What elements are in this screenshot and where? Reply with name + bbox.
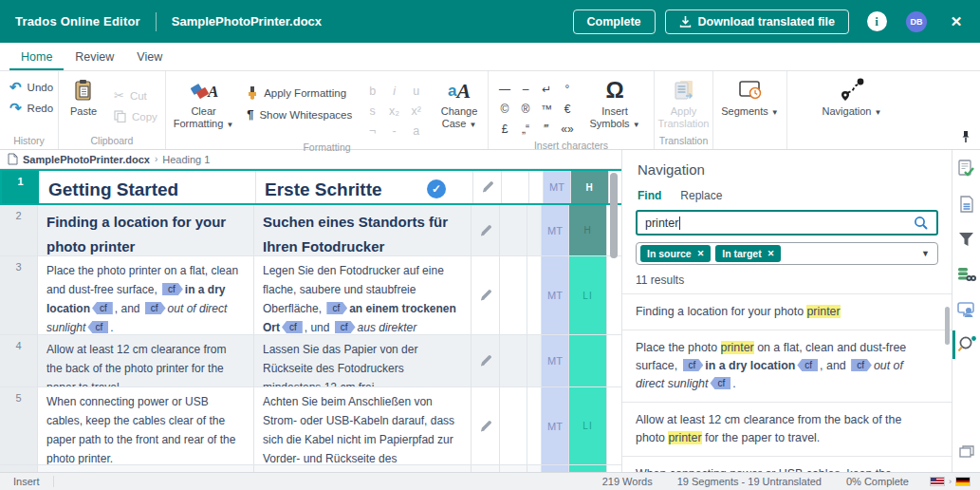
- cf-open-tag[interactable]: cf: [683, 359, 704, 371]
- segment-row-1[interactable]: 1Getting StartedErste Schritte✓MTH: [0, 169, 621, 205]
- cf-close-tag[interactable]: cf: [282, 321, 303, 333]
- segment-number[interactable]: 1: [2, 171, 40, 203]
- segment-number[interactable]: 3: [0, 256, 38, 334]
- filter-chip-in-source[interactable]: In source✕: [640, 245, 711, 262]
- cf-close-tag[interactable]: cf: [710, 377, 730, 389]
- cf-open-tag[interactable]: cf: [851, 359, 872, 371]
- tab-replace[interactable]: Replace: [680, 189, 722, 202]
- insert-character-button[interactable]: —: [494, 79, 515, 99]
- insert-character-button[interactable]: ‴: [536, 119, 557, 139]
- insert-character-button[interactable]: ®: [515, 99, 536, 119]
- target-cell[interactable]: Erste Schritte✓: [256, 171, 473, 203]
- search-scope-dropdown[interactable]: In source✕ In target✕ ▼: [636, 242, 938, 265]
- insert-character-button[interactable]: €: [557, 99, 578, 119]
- comments-icon[interactable]: [952, 298, 980, 321]
- insert-character-button[interactable]: £: [494, 119, 515, 139]
- download-translated-file-button[interactable]: Download translated file: [665, 9, 849, 34]
- cf-open-tag[interactable]: cf: [145, 302, 166, 314]
- segment-number[interactable]: 2: [0, 205, 38, 255]
- target-cell[interactable]: Achten Sie beim Anschließen von Strom- o…: [254, 387, 472, 464]
- clear-formatting-button[interactable]: A ClearFormatting ▼: [166, 77, 241, 131]
- apply-formatting-button[interactable]: Apply Formatting: [241, 83, 358, 104]
- source-cell[interactable]: When connecting power or USB cables, kee…: [38, 387, 254, 464]
- cf-open-tag[interactable]: cf: [162, 283, 183, 295]
- target-cell[interactable]: Legen Sie den Fotodrucker auf eine flach…: [254, 256, 472, 334]
- cf-close-tag[interactable]: cf: [87, 321, 108, 333]
- target-cell[interactable]: Suchen eines Standorts für Ihren Fotodru…: [254, 205, 472, 255]
- source-cell[interactable]: Allow at least 12 cm clearance from the …: [38, 335, 254, 386]
- insert-character-button[interactable]: ™: [536, 99, 557, 119]
- apply-translation-button[interactable]: ApplyTranslation: [656, 77, 712, 130]
- info-button[interactable]: i: [864, 9, 889, 34]
- search-input[interactable]: printer: [636, 210, 938, 236]
- panel-scrollbar[interactable]: [945, 307, 950, 345]
- edit-status-pencil-icon[interactable]: [473, 171, 502, 203]
- translation-memory-search-icon[interactable]: [952, 263, 980, 286]
- cf-close-tag[interactable]: cf: [92, 302, 113, 314]
- format---button[interactable]: -: [383, 121, 405, 141]
- format-b-button[interactable]: b: [361, 81, 383, 101]
- breadcrumb-document[interactable]: SamplePhotoPrinter.docx: [23, 154, 150, 165]
- complete-button[interactable]: Complete: [573, 9, 656, 34]
- edit-status-pencil-icon[interactable]: [472, 387, 500, 464]
- insert-symbols-button[interactable]: Ω InsertSymbols ▼: [582, 77, 648, 131]
- insert-character-button[interactable]: „“: [515, 119, 536, 139]
- close-editor-button[interactable]: ✕: [944, 9, 969, 34]
- cut-button[interactable]: ✂Cut: [108, 85, 163, 106]
- paste-button[interactable]: Paste: [59, 77, 108, 118]
- insert-character-button[interactable]: –: [515, 79, 536, 99]
- edit-status-pencil-icon[interactable]: [472, 335, 500, 386]
- cf-open-tag[interactable]: cf: [335, 321, 356, 333]
- target-cell[interactable]: Lassen Sie das Papier von der Rückseite …: [254, 335, 472, 386]
- segments-menu-button[interactable]: Segments ▼: [714, 77, 786, 119]
- navigation-menu-button[interactable]: Navigation ▼: [812, 77, 892, 119]
- format-s-button[interactable]: s: [361, 101, 383, 121]
- segment-number[interactable]: 4: [0, 335, 38, 386]
- search-result-item[interactable]: When connecting power or USB cables, kee…: [622, 457, 952, 472]
- undo-button[interactable]: ↶Undo: [4, 77, 59, 98]
- format-a-button[interactable]: a: [405, 121, 427, 141]
- source-cell[interactable]: Place the photo printer on a flat, clean…: [38, 256, 254, 334]
- detach-window-icon[interactable]: [952, 440, 980, 462]
- source-cell[interactable]: Getting Started: [40, 171, 256, 203]
- change-case-button[interactable]: aA ChangeCase ▼: [431, 77, 488, 131]
- format-u-button[interactable]: u: [405, 81, 427, 101]
- format-x₂-button[interactable]: x₂: [383, 101, 405, 121]
- source-cell[interactable]: Finding a location for your photo printe…: [38, 205, 254, 255]
- segment-row-2[interactable]: 2Finding a location for your photo print…: [0, 205, 621, 256]
- insert-character-button[interactable]: «»: [557, 119, 578, 139]
- segment-row-3[interactable]: 3Place the photo printer on a flat, clea…: [0, 256, 621, 335]
- show-whitespaces-button[interactable]: ¶ Show Whitespaces: [241, 104, 358, 125]
- search-result-item[interactable]: Finding a location for your photo printe…: [622, 294, 952, 330]
- insert-character-button[interactable]: ↵: [536, 79, 557, 99]
- segment-row-4[interactable]: 4Allow at least 12 cm clearance from the…: [0, 335, 621, 387]
- tab-review[interactable]: Review: [64, 45, 125, 70]
- editor-scrollbar[interactable]: [610, 173, 618, 258]
- format-x²-button[interactable]: x²: [405, 101, 427, 121]
- tab-view[interactable]: View: [125, 45, 174, 70]
- insert-character-button[interactable]: °: [557, 79, 578, 99]
- remove-filter-icon[interactable]: ✕: [697, 249, 705, 258]
- preview-document-icon[interactable]: [952, 193, 980, 216]
- cf-open-tag[interactable]: cf: [326, 302, 347, 314]
- cf-close-tag[interactable]: cf: [797, 359, 818, 371]
- segment-row-5[interactable]: 5When connecting power or USB cables, ke…: [0, 387, 621, 465]
- format-i-button[interactable]: i: [383, 81, 405, 101]
- remove-filter-icon[interactable]: ✕: [767, 249, 775, 258]
- tab-home[interactable]: Home: [9, 45, 64, 70]
- navigation-search-icon[interactable]: [952, 333, 980, 356]
- search-icon[interactable]: [914, 216, 929, 231]
- redo-button[interactable]: ↷Redo: [4, 98, 59, 119]
- pin-ribbon-icon[interactable]: [959, 130, 972, 143]
- tab-find[interactable]: Find: [638, 189, 661, 202]
- insert-character-button[interactable]: ©: [494, 99, 515, 119]
- filter-chip-in-target[interactable]: In target✕: [715, 245, 781, 262]
- copy-button[interactable]: Copy: [108, 106, 163, 126]
- segment-number[interactable]: 5: [0, 387, 38, 464]
- review-document-icon[interactable]: [952, 158, 980, 180]
- insert-mode-indicator[interactable]: Insert: [13, 476, 54, 487]
- search-result-item[interactable]: Allow at least 12 cm clearance from the …: [622, 403, 952, 457]
- user-avatar[interactable]: DB: [904, 9, 929, 34]
- edit-status-pencil-icon[interactable]: [472, 256, 500, 334]
- filter-icon[interactable]: [952, 228, 980, 251]
